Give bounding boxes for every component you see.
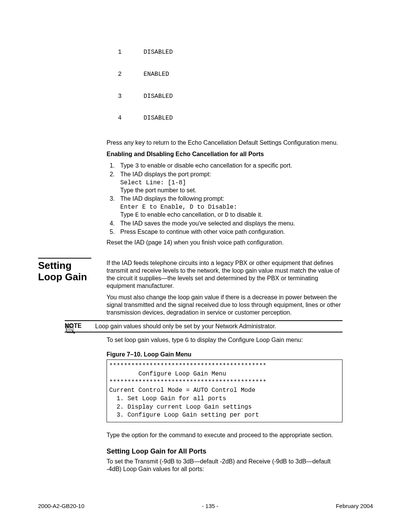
list-item: The IAD displays the following prompt: E…: [116, 195, 342, 219]
code-line: Enter E to Enable, D to Disable:: [120, 203, 342, 211]
footer-right: February 2004: [336, 503, 373, 509]
footer-center: - 135 -: [202, 503, 218, 509]
return-instruction: Press any key to return to the Echo Canc…: [107, 139, 342, 147]
section-title-line: Setting: [38, 260, 72, 271]
port-number: 3: [118, 93, 122, 100]
body-paragraph: You must also change the loop gain value…: [107, 294, 342, 316]
reset-instruction: Reset the IAD (page 14) when you finish …: [107, 239, 342, 246]
inline-code: 3: [135, 163, 139, 169]
body-text: to display the Configure Loop Gain menu:: [189, 337, 303, 343]
list-item: Type 3 to enable or disable echo cancell…: [116, 162, 342, 170]
note-bottom-rule: [65, 332, 342, 332]
body-paragraph: To set the Transmit (-9dB to 3dB—default…: [107, 458, 342, 473]
subsection-heading: Enabling and DIsabling Echo Cancellation…: [107, 150, 342, 158]
section-title: Setting Loop Gain: [38, 260, 107, 283]
code-box: ****************************************…: [107, 359, 342, 422]
step-text: Type: [120, 162, 135, 169]
note-icon: [65, 323, 75, 335]
step-text: to enable or disable echo cancellation f…: [139, 162, 292, 169]
section-title-line: Loop Gain: [38, 271, 87, 283]
inline-code: E: [135, 212, 139, 219]
subsection-heading: Setting Loop Gain for All Ports: [107, 447, 342, 455]
footer-left: 2000-A2-GB20-10: [38, 503, 84, 509]
step-text: The IAD displays the following prompt:: [120, 195, 224, 202]
step-text: Type the port number to set.: [120, 187, 342, 194]
list-item: Press Escape to continue with other voic…: [116, 228, 342, 236]
steps-list: Type 3 to enable or disable echo cancell…: [107, 162, 342, 236]
body-paragraph: If the IAD feeds telephone circuits into…: [107, 259, 342, 290]
port-state-table: 1 DISABLED 2 ENABLED 3 DISABLED 4 DISABL…: [118, 34, 342, 137]
body-paragraph: Type the option for the command to execu…: [107, 431, 342, 439]
note-text: Loop gain values should only be set by y…: [95, 323, 342, 330]
body-text: To set loop gain values, type: [107, 337, 185, 343]
step-text: to enable echo cancellation, or: [139, 211, 225, 218]
inline-code: D: [225, 212, 229, 219]
figure-caption: Figure 7–10. Loop Gain Menu: [107, 351, 342, 358]
step-text: Type: [120, 211, 135, 218]
body-paragraph: To set loop gain values, type G to displ…: [107, 336, 342, 344]
port-number: 1: [118, 49, 122, 56]
step-text: The IAD displays the port prompt:: [120, 171, 211, 177]
port-state: ENABLED: [143, 71, 169, 78]
list-item: The IAD saves the mode you've selected a…: [116, 220, 342, 227]
port-state: DISABLED: [143, 93, 173, 100]
port-number: 4: [118, 115, 122, 121]
port-state: DISABLED: [143, 115, 173, 121]
list-item: The IAD displays the port prompt: Select…: [116, 171, 342, 194]
code-line: Select Line: [1-8]: [120, 179, 342, 187]
port-state: DISABLED: [143, 49, 173, 56]
section-rule: [38, 258, 91, 259]
step-text: to disable it.: [228, 211, 263, 218]
step-text: Type E to enable echo cancellation, or D…: [120, 211, 342, 219]
port-number: 2: [118, 71, 122, 78]
page-footer: 2000-A2-GB20-10 - 135 - February 2004: [38, 503, 373, 509]
inline-code: G: [185, 337, 189, 344]
note-block: NOTE Loop gain values should only be set…: [107, 321, 342, 332]
